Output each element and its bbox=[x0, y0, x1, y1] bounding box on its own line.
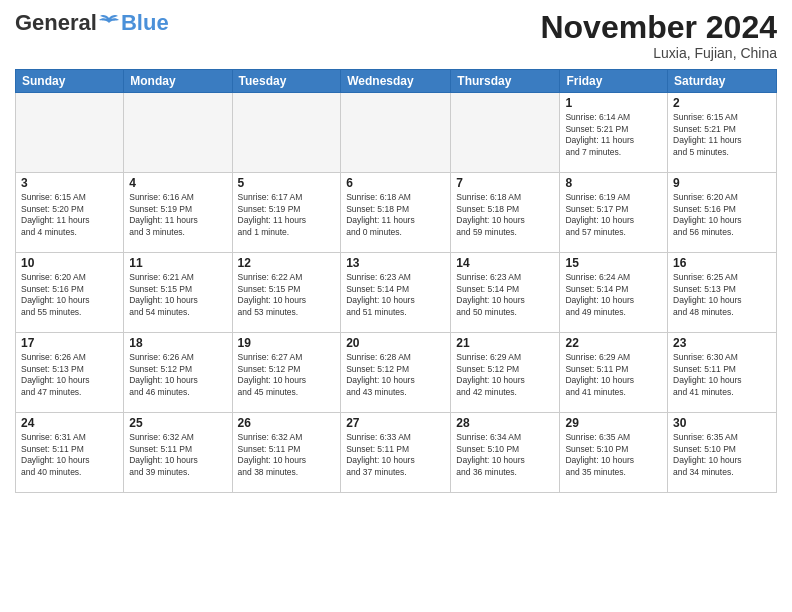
day-number: 30 bbox=[673, 416, 771, 430]
day-number: 13 bbox=[346, 256, 445, 270]
table-row: 11Sunrise: 6:21 AMSunset: 5:15 PMDayligh… bbox=[124, 253, 232, 333]
table-row bbox=[341, 93, 451, 173]
day-info: Sunrise: 6:35 AMSunset: 5:10 PMDaylight:… bbox=[673, 432, 771, 478]
header-thursday: Thursday bbox=[451, 70, 560, 93]
day-info: Sunrise: 6:18 AMSunset: 5:18 PMDaylight:… bbox=[346, 192, 445, 238]
table-row: 13Sunrise: 6:23 AMSunset: 5:14 PMDayligh… bbox=[341, 253, 451, 333]
day-info: Sunrise: 6:30 AMSunset: 5:11 PMDaylight:… bbox=[673, 352, 771, 398]
logo-general: General bbox=[15, 10, 97, 36]
header-monday: Monday bbox=[124, 70, 232, 93]
day-info: Sunrise: 6:18 AMSunset: 5:18 PMDaylight:… bbox=[456, 192, 554, 238]
month-title: November 2024 bbox=[540, 10, 777, 45]
calendar-week-2: 10Sunrise: 6:20 AMSunset: 5:16 PMDayligh… bbox=[16, 253, 777, 333]
table-row: 16Sunrise: 6:25 AMSunset: 5:13 PMDayligh… bbox=[668, 253, 777, 333]
day-number: 6 bbox=[346, 176, 445, 190]
day-info: Sunrise: 6:16 AMSunset: 5:19 PMDaylight:… bbox=[129, 192, 226, 238]
header-friday: Friday bbox=[560, 70, 668, 93]
day-number: 20 bbox=[346, 336, 445, 350]
table-row: 17Sunrise: 6:26 AMSunset: 5:13 PMDayligh… bbox=[16, 333, 124, 413]
day-number: 21 bbox=[456, 336, 554, 350]
calendar-week-3: 17Sunrise: 6:26 AMSunset: 5:13 PMDayligh… bbox=[16, 333, 777, 413]
day-info: Sunrise: 6:33 AMSunset: 5:11 PMDaylight:… bbox=[346, 432, 445, 478]
day-number: 26 bbox=[238, 416, 336, 430]
logo: General Blue bbox=[15, 10, 169, 36]
table-row: 15Sunrise: 6:24 AMSunset: 5:14 PMDayligh… bbox=[560, 253, 668, 333]
location: Luxia, Fujian, China bbox=[540, 45, 777, 61]
day-number: 24 bbox=[21, 416, 118, 430]
page-container: General Blue November 2024 Luxia, Fujian… bbox=[0, 0, 792, 498]
day-info: Sunrise: 6:24 AMSunset: 5:14 PMDaylight:… bbox=[565, 272, 662, 318]
day-info: Sunrise: 6:15 AMSunset: 5:20 PMDaylight:… bbox=[21, 192, 118, 238]
header: General Blue November 2024 Luxia, Fujian… bbox=[15, 10, 777, 61]
day-number: 2 bbox=[673, 96, 771, 110]
header-wednesday: Wednesday bbox=[341, 70, 451, 93]
table-row: 25Sunrise: 6:32 AMSunset: 5:11 PMDayligh… bbox=[124, 413, 232, 493]
table-row: 20Sunrise: 6:28 AMSunset: 5:12 PMDayligh… bbox=[341, 333, 451, 413]
day-number: 27 bbox=[346, 416, 445, 430]
table-row: 19Sunrise: 6:27 AMSunset: 5:12 PMDayligh… bbox=[232, 333, 341, 413]
day-info: Sunrise: 6:29 AMSunset: 5:11 PMDaylight:… bbox=[565, 352, 662, 398]
day-info: Sunrise: 6:27 AMSunset: 5:12 PMDaylight:… bbox=[238, 352, 336, 398]
day-info: Sunrise: 6:21 AMSunset: 5:15 PMDaylight:… bbox=[129, 272, 226, 318]
header-tuesday: Tuesday bbox=[232, 70, 341, 93]
day-number: 1 bbox=[565, 96, 662, 110]
table-row: 26Sunrise: 6:32 AMSunset: 5:11 PMDayligh… bbox=[232, 413, 341, 493]
table-row bbox=[232, 93, 341, 173]
table-row: 2Sunrise: 6:15 AMSunset: 5:21 PMDaylight… bbox=[668, 93, 777, 173]
day-info: Sunrise: 6:26 AMSunset: 5:13 PMDaylight:… bbox=[21, 352, 118, 398]
day-number: 7 bbox=[456, 176, 554, 190]
table-row: 14Sunrise: 6:23 AMSunset: 5:14 PMDayligh… bbox=[451, 253, 560, 333]
day-info: Sunrise: 6:25 AMSunset: 5:13 PMDaylight:… bbox=[673, 272, 771, 318]
day-info: Sunrise: 6:31 AMSunset: 5:11 PMDaylight:… bbox=[21, 432, 118, 478]
day-number: 3 bbox=[21, 176, 118, 190]
table-row: 28Sunrise: 6:34 AMSunset: 5:10 PMDayligh… bbox=[451, 413, 560, 493]
day-number: 22 bbox=[565, 336, 662, 350]
calendar-table: Sunday Monday Tuesday Wednesday Thursday… bbox=[15, 69, 777, 493]
day-info: Sunrise: 6:32 AMSunset: 5:11 PMDaylight:… bbox=[238, 432, 336, 478]
table-row bbox=[451, 93, 560, 173]
day-number: 11 bbox=[129, 256, 226, 270]
day-info: Sunrise: 6:20 AMSunset: 5:16 PMDaylight:… bbox=[21, 272, 118, 318]
day-info: Sunrise: 6:19 AMSunset: 5:17 PMDaylight:… bbox=[565, 192, 662, 238]
day-number: 12 bbox=[238, 256, 336, 270]
day-number: 19 bbox=[238, 336, 336, 350]
day-number: 25 bbox=[129, 416, 226, 430]
day-number: 18 bbox=[129, 336, 226, 350]
day-number: 23 bbox=[673, 336, 771, 350]
table-row: 9Sunrise: 6:20 AMSunset: 5:16 PMDaylight… bbox=[668, 173, 777, 253]
title-block: November 2024 Luxia, Fujian, China bbox=[540, 10, 777, 61]
table-row: 29Sunrise: 6:35 AMSunset: 5:10 PMDayligh… bbox=[560, 413, 668, 493]
table-row: 10Sunrise: 6:20 AMSunset: 5:16 PMDayligh… bbox=[16, 253, 124, 333]
day-info: Sunrise: 6:32 AMSunset: 5:11 PMDaylight:… bbox=[129, 432, 226, 478]
table-row: 12Sunrise: 6:22 AMSunset: 5:15 PMDayligh… bbox=[232, 253, 341, 333]
day-number: 10 bbox=[21, 256, 118, 270]
table-row: 4Sunrise: 6:16 AMSunset: 5:19 PMDaylight… bbox=[124, 173, 232, 253]
day-number: 14 bbox=[456, 256, 554, 270]
table-row: 24Sunrise: 6:31 AMSunset: 5:11 PMDayligh… bbox=[16, 413, 124, 493]
day-info: Sunrise: 6:35 AMSunset: 5:10 PMDaylight:… bbox=[565, 432, 662, 478]
table-row: 6Sunrise: 6:18 AMSunset: 5:18 PMDaylight… bbox=[341, 173, 451, 253]
table-row bbox=[16, 93, 124, 173]
day-number: 9 bbox=[673, 176, 771, 190]
table-row: 27Sunrise: 6:33 AMSunset: 5:11 PMDayligh… bbox=[341, 413, 451, 493]
table-row: 23Sunrise: 6:30 AMSunset: 5:11 PMDayligh… bbox=[668, 333, 777, 413]
table-row: 3Sunrise: 6:15 AMSunset: 5:20 PMDaylight… bbox=[16, 173, 124, 253]
table-row: 21Sunrise: 6:29 AMSunset: 5:12 PMDayligh… bbox=[451, 333, 560, 413]
calendar-header-row: Sunday Monday Tuesday Wednesday Thursday… bbox=[16, 70, 777, 93]
day-info: Sunrise: 6:14 AMSunset: 5:21 PMDaylight:… bbox=[565, 112, 662, 158]
logo-blue: Blue bbox=[121, 10, 169, 36]
day-number: 8 bbox=[565, 176, 662, 190]
day-number: 15 bbox=[565, 256, 662, 270]
day-info: Sunrise: 6:26 AMSunset: 5:12 PMDaylight:… bbox=[129, 352, 226, 398]
day-info: Sunrise: 6:23 AMSunset: 5:14 PMDaylight:… bbox=[456, 272, 554, 318]
day-number: 17 bbox=[21, 336, 118, 350]
calendar-week-0: 1Sunrise: 6:14 AMSunset: 5:21 PMDaylight… bbox=[16, 93, 777, 173]
day-number: 16 bbox=[673, 256, 771, 270]
day-number: 29 bbox=[565, 416, 662, 430]
logo-bird-icon bbox=[98, 14, 120, 32]
table-row: 18Sunrise: 6:26 AMSunset: 5:12 PMDayligh… bbox=[124, 333, 232, 413]
calendar-week-1: 3Sunrise: 6:15 AMSunset: 5:20 PMDaylight… bbox=[16, 173, 777, 253]
table-row: 22Sunrise: 6:29 AMSunset: 5:11 PMDayligh… bbox=[560, 333, 668, 413]
calendar-week-4: 24Sunrise: 6:31 AMSunset: 5:11 PMDayligh… bbox=[16, 413, 777, 493]
day-info: Sunrise: 6:20 AMSunset: 5:16 PMDaylight:… bbox=[673, 192, 771, 238]
